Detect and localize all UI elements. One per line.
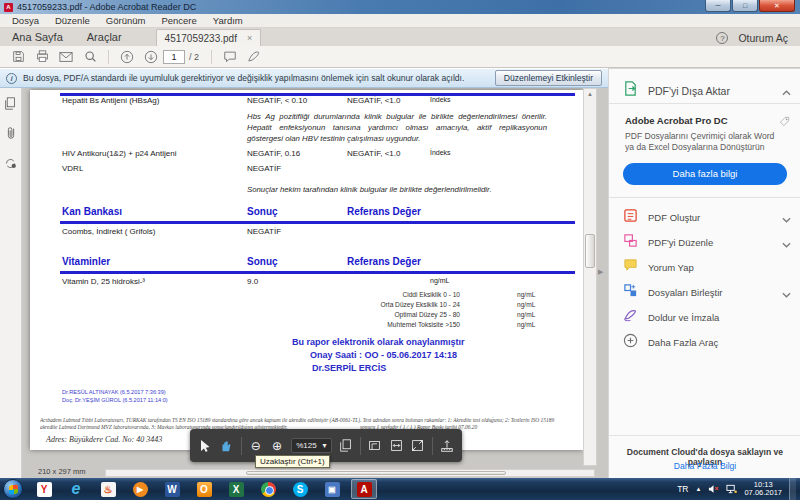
menu-bar: Dosya Düzenle Görünüm Pencere Yardım	[0, 14, 800, 28]
attachments-paperclip-icon[interactable]	[5, 126, 17, 144]
start-button[interactable]	[3, 479, 23, 499]
vitamin-range-unit: ng/mL	[517, 311, 535, 318]
horizontal-scroll-thumb[interactable]	[246, 471, 506, 475]
taskbar-word-icon[interactable]: W	[159, 479, 185, 499]
test-name: Vitamin D, 25 hidroksi-³	[62, 277, 145, 286]
horizontal-scrollbar[interactable]	[105, 469, 595, 477]
standards-panel-icon[interactable]	[4, 156, 17, 174]
vertical-scroll-thumb[interactable]	[585, 234, 595, 268]
acrobat-reader-window: A 4517059233.pdf - Adobe Acrobat Reader …	[0, 0, 800, 500]
measure-tool-icon[interactable]	[440, 438, 454, 454]
tab-close-icon[interactable]: ×	[247, 33, 252, 43]
fullscreen-icon[interactable]	[410, 438, 424, 454]
maximize-button[interactable]: □	[732, 0, 758, 12]
tool-fill-sign[interactable]: Doldur ve İmzala	[623, 308, 791, 326]
tab-home[interactable]: Ana Sayfa	[0, 29, 75, 46]
section-underline	[60, 221, 575, 224]
info-icon: i	[6, 73, 17, 84]
tool-edit-pdf[interactable]: PDF'yi Düzenle	[623, 233, 791, 252]
language-indicator[interactable]: TR	[677, 484, 688, 494]
tab-tools[interactable]: Araçlar	[75, 29, 134, 46]
promo-tag-icon	[779, 113, 790, 131]
help-icon[interactable]: ?	[716, 32, 728, 44]
taskbar-yandex-icon[interactable]: Y	[31, 479, 57, 499]
taskbar-image-app-icon[interactable]: ▣	[319, 479, 345, 499]
panel-divider	[609, 435, 800, 436]
tool-label: Dosyaları Birleştir	[648, 287, 722, 298]
signature-line-2: Doç. Dr.YEŞİM GÜROL (6.5.2017 11:14:0)	[62, 397, 168, 403]
taskbar-media-player-icon[interactable]: ▶	[127, 479, 153, 499]
column-sonuc: Sonuç	[247, 206, 278, 217]
zoom-out-icon[interactable]: ⊖	[249, 438, 263, 454]
taskbar-java-icon[interactable]: ♨	[95, 479, 121, 499]
show-desktop-button[interactable]	[789, 478, 796, 500]
zoom-in-icon[interactable]: ⊕	[270, 438, 284, 454]
taskbar-chrome-icon[interactable]	[255, 479, 281, 499]
taskbar-acrobat-icon[interactable]: A	[351, 479, 377, 499]
taskbar-internet-explorer-icon[interactable]: e	[63, 479, 89, 499]
tool-more-tools[interactable]: Daha Fazla Araç	[623, 333, 791, 352]
panel-collapse-icon[interactable]: ▶	[598, 268, 603, 276]
zoom-level-select[interactable]: %125 ▾	[291, 438, 331, 453]
vitamin-range-label: Ciddi Eksiklik 0 - 10	[290, 291, 460, 298]
tab-document[interactable]: 4517059233.pdf ×	[156, 29, 262, 46]
test-name: VDRL	[62, 164, 83, 173]
acrobat-app-icon: A	[4, 3, 13, 12]
menu-dosya[interactable]: Dosya	[4, 15, 47, 26]
menu-duzenle[interactable]: Düzenle	[47, 15, 98, 26]
select-tool-icon[interactable]	[198, 438, 212, 454]
sign-in-button[interactable]: Oturum Aç	[738, 32, 788, 44]
page-view-icon[interactable]	[339, 438, 353, 454]
menu-gorunum[interactable]: Görünüm	[98, 15, 154, 26]
vertical-scrollbar[interactable]: ▲	[583, 88, 597, 466]
promo-description: PDF Dosyalarını Çevrimiçi olarak Word ya…	[625, 131, 785, 153]
vitamin-range-label: Muhtemel Toksisite >150	[290, 321, 460, 328]
pdf-page: Hepatit Bs Antijeni (HBsAg) NEGATİF, < 0…	[30, 90, 583, 450]
tray-expand-icon[interactable]: ▲	[696, 486, 702, 492]
volume-muted-icon[interactable]	[708, 480, 719, 498]
tool-export-pdf[interactable]: PDF'yi Dışa Aktar	[623, 81, 791, 100]
close-button[interactable]: ✕	[759, 0, 795, 12]
search-icon[interactable]	[78, 48, 102, 66]
panel-divider	[609, 103, 800, 104]
email-icon[interactable]	[54, 48, 78, 66]
scroll-up-icon[interactable]: ▲	[584, 91, 596, 97]
menu-pencere[interactable]: Pencere	[153, 15, 204, 26]
document-cloud-link[interactable]: Daha Fazla Bilgi	[609, 461, 800, 471]
taskbar-skype-icon[interactable]: S	[287, 479, 313, 499]
network-icon[interactable]	[726, 480, 737, 498]
address-line: Adres: Büyükdere Cad. No: 40 3443	[46, 435, 162, 444]
test-result: NEGATİF, < 0.10	[247, 96, 307, 105]
vitamin-range-label: Orta Düzey Eksiklik 10 - 24	[290, 301, 460, 308]
next-page-icon[interactable]	[139, 48, 163, 66]
sign-pen-icon[interactable]	[242, 48, 266, 66]
page-number-input[interactable]: 1	[163, 50, 185, 64]
taskbar-excel-icon[interactable]: X	[223, 479, 249, 499]
test-name: HIV Antikoru(1&2) + p24 Antijeni	[62, 149, 177, 158]
tool-comment[interactable]: Yorum Yap	[623, 258, 791, 276]
zoom-out-tooltip: Uzaklaştır (Ctrl+1)	[255, 455, 330, 468]
test-result: 9.0	[247, 277, 258, 286]
taskbar-outlook-icon[interactable]: O	[191, 479, 217, 499]
clock[interactable]: 10:13 07.06.2017	[744, 481, 782, 498]
approval-line-1: Bu rapor elektronik olarak onaylanmıştır	[292, 337, 465, 347]
tool-label: Doldur ve İmzala	[648, 312, 719, 323]
tool-create-pdf[interactable]: PDF Oluştur	[623, 208, 791, 227]
hand-tool-icon[interactable]	[219, 438, 233, 454]
print-icon[interactable]	[30, 48, 54, 66]
page-thumbnails-icon[interactable]	[4, 96, 17, 114]
menu-yardim[interactable]: Yardım	[205, 15, 251, 26]
learn-more-button[interactable]: Daha fazla bilgi	[623, 163, 787, 185]
test-reference: NEGATİF, <1.0	[347, 149, 400, 158]
fit-width-icon[interactable]	[389, 438, 403, 454]
fit-page-icon[interactable]	[368, 438, 382, 454]
previous-page-icon[interactable]	[115, 48, 139, 66]
tool-combine-files[interactable]: Dosyaları Birleştir	[623, 283, 791, 302]
test-unit: İndeks	[430, 96, 451, 103]
save-icon[interactable]	[6, 48, 30, 66]
comment-icon[interactable]	[218, 48, 242, 66]
enable-editing-button[interactable]: Düzenlemeyi Etkinleştir	[495, 70, 602, 86]
edit-pdf-icon	[623, 233, 638, 252]
window-title: 4517059233.pdf - Adobe Acrobat Reader DC	[17, 2, 196, 12]
minimize-button[interactable]: ─	[705, 0, 731, 12]
